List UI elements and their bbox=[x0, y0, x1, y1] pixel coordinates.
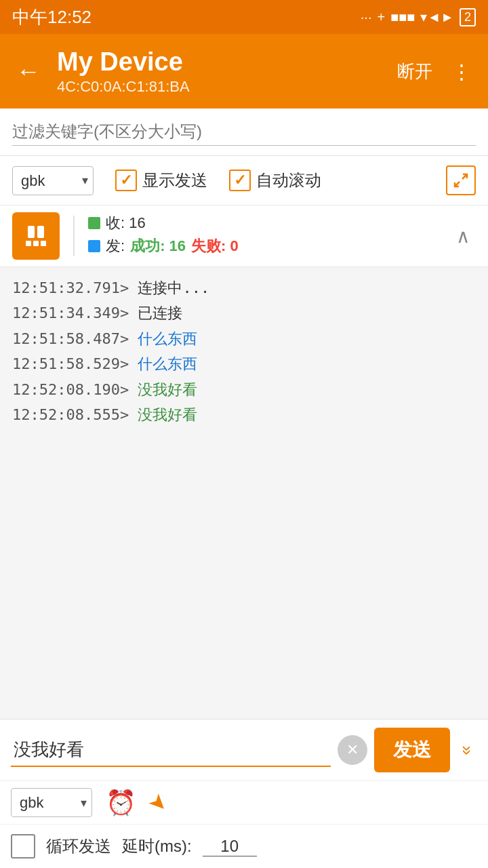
received-dot bbox=[88, 217, 100, 229]
loop-label: 循环发送 bbox=[46, 835, 111, 857]
log-time: 12:52:08.190> bbox=[12, 381, 129, 398]
pause-icon bbox=[28, 226, 44, 238]
loop-row: 循环发送 延时(ms): bbox=[0, 825, 488, 868]
loop-checkbox[interactable] bbox=[11, 834, 35, 859]
encoding-select-wrap-2: gbk utf-8 ascii bbox=[11, 788, 92, 817]
divider bbox=[73, 216, 75, 256]
log-entry: 12:52:08.190> 没我好看 bbox=[12, 377, 476, 402]
auto-scroll-label: 自动滚动 bbox=[256, 170, 321, 191]
message-input[interactable] bbox=[11, 734, 331, 767]
log-area: 12:51:32.791> 连接中...12:51:34.349> 已连接12:… bbox=[0, 267, 488, 606]
log-entry: 12:52:08.555> 没我好看 bbox=[12, 402, 476, 427]
encoding-select[interactable]: gbk utf-8 ascii bbox=[12, 166, 94, 195]
collapse-button[interactable]: ∧ bbox=[451, 220, 476, 253]
stats-row: 收: 16 发: 成功: 16 失败: 0 ∧ bbox=[0, 205, 488, 267]
sent-dot bbox=[88, 240, 100, 252]
log-entry: 12:51:34.349> 已连接 bbox=[12, 300, 476, 326]
bottom-controls-row: gbk utf-8 ascii ⏰ ➤ bbox=[0, 781, 488, 825]
show-send-checkbox[interactable] bbox=[115, 170, 137, 191]
log-message: 连接中... bbox=[138, 279, 209, 296]
encoding-select-2[interactable]: gbk utf-8 ascii bbox=[11, 788, 92, 817]
back-button[interactable]: ← bbox=[11, 54, 46, 89]
app-bar-title-block: My Device 4C:C0:0A:C1:81:BA bbox=[57, 47, 384, 96]
fail-count: 失败: 0 bbox=[191, 236, 239, 256]
expand-button[interactable] bbox=[446, 165, 476, 195]
signal-bars-icon: ■■■ bbox=[390, 9, 415, 25]
log-message: 什么东西 bbox=[138, 330, 197, 347]
input-row: ✕ 发送 » bbox=[0, 719, 488, 781]
bottom-area: ✕ 发送 » gbk utf-8 ascii ⏰ ➤ 循环发送 延时(ms): bbox=[0, 719, 488, 868]
filter-input[interactable] bbox=[12, 118, 476, 146]
device-address: 4C:C0:0A:C1:81:BA bbox=[57, 78, 384, 96]
log-time: 12:51:58.487> bbox=[12, 330, 129, 347]
received-label: 收: 16 bbox=[106, 213, 146, 233]
sent-label: 发: bbox=[106, 236, 125, 256]
success-count: 成功: 16 bbox=[130, 236, 186, 256]
encoding-select-wrap: gbk utf-8 ascii bbox=[12, 166, 94, 195]
delay-input[interactable] bbox=[203, 837, 257, 856]
pause-clear-button[interactable] bbox=[12, 212, 60, 260]
bluetooth-icon: + bbox=[377, 9, 385, 25]
auto-scroll-checkbox[interactable] bbox=[229, 170, 251, 191]
log-time: 12:51:32.791> bbox=[12, 279, 129, 296]
log-entry: 12:51:58.529> 什么东西 bbox=[12, 351, 476, 376]
log-entry: 12:51:32.791> 连接中... bbox=[12, 275, 476, 300]
log-message: 没我好看 bbox=[138, 406, 197, 423]
sent-stat: 发: 成功: 16 失败: 0 bbox=[88, 236, 443, 256]
wifi-icon: ▾◄► bbox=[420, 9, 454, 25]
received-stat: 收: 16 bbox=[88, 213, 443, 233]
log-time: 12:51:34.349> bbox=[12, 304, 129, 321]
scroll-down-button[interactable]: » bbox=[451, 740, 483, 760]
auto-scroll-group: 自动滚动 bbox=[229, 170, 321, 191]
clear-input-button[interactable]: ✕ bbox=[338, 735, 367, 765]
more-options-button[interactable]: ⋮ bbox=[446, 54, 477, 89]
battery-icon: 2 bbox=[460, 8, 476, 26]
status-time: 中午12:52 bbox=[12, 5, 92, 29]
stats-text: 收: 16 发: 成功: 16 失败: 0 bbox=[88, 213, 443, 259]
log-message: 没我好看 bbox=[138, 381, 197, 398]
status-bar: 中午12:52 ··· + ■■■ ▾◄► 2 bbox=[0, 0, 488, 34]
log-time: 12:52:08.555> bbox=[12, 406, 129, 423]
send-button[interactable]: 发送 bbox=[374, 728, 450, 772]
log-entry: 12:51:58.487> 什么东西 bbox=[12, 326, 476, 351]
filter-row bbox=[0, 108, 488, 156]
status-icons: ··· + ■■■ ▾◄► 2 bbox=[361, 8, 476, 26]
show-send-group: 显示发送 bbox=[115, 170, 207, 191]
device-name: My Device bbox=[57, 47, 384, 78]
app-bar: ← My Device 4C:C0:0A:C1:81:BA 断开 ⋮ bbox=[0, 34, 488, 108]
show-send-label: 显示发送 bbox=[142, 170, 207, 191]
disconnect-button[interactable]: 断开 bbox=[394, 54, 435, 89]
controls-row: gbk utf-8 ascii 显示发送 自动滚动 bbox=[0, 156, 488, 205]
signal-dots-icon: ··· bbox=[361, 9, 372, 25]
log-message: 已连接 bbox=[138, 304, 182, 321]
delay-label: 延时(ms): bbox=[122, 835, 192, 857]
history-button[interactable]: ⏰ bbox=[106, 789, 136, 817]
log-time: 12:51:58.529> bbox=[12, 355, 129, 372]
send-icon-button[interactable]: ➤ bbox=[144, 787, 175, 818]
log-message: 什么东西 bbox=[138, 355, 197, 372]
